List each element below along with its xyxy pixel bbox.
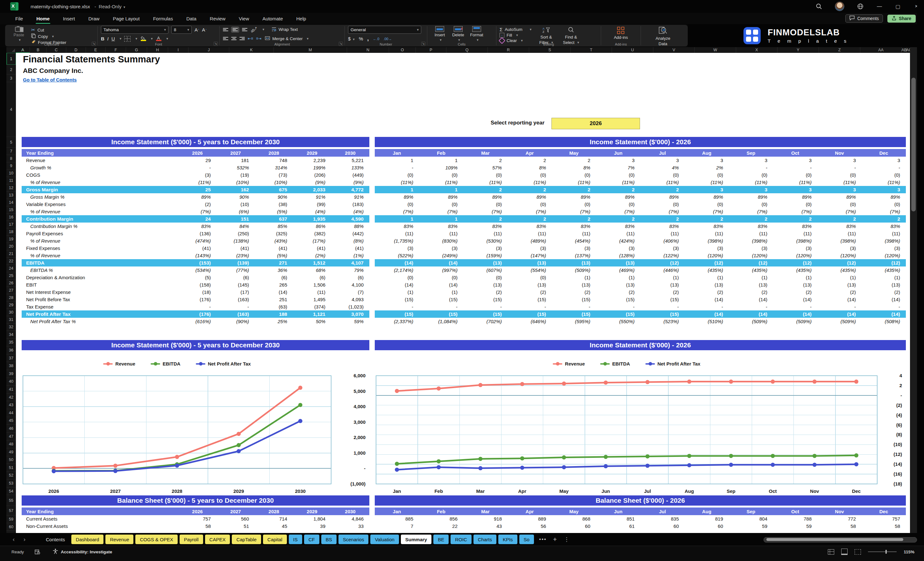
cell[interactable]: 1,495 <box>293 297 331 302</box>
sheet-tab-is[interactable]: IS <box>289 535 302 544</box>
cell[interactable]: 83% <box>818 224 862 229</box>
row-header-27[interactable]: 27 <box>6 287 16 294</box>
cell[interactable]: 3 <box>862 158 906 163</box>
cell[interactable]: (1,735%) <box>375 238 419 244</box>
cell[interactable]: (15) <box>419 311 463 317</box>
cell[interactable]: 1,512 <box>293 260 331 266</box>
cell[interactable]: 1 <box>419 216 463 222</box>
find-select-button[interactable]: Find &Select▾ <box>561 26 581 42</box>
font-color-button[interactable]: A <box>155 36 161 41</box>
cell[interactable]: 89% <box>507 194 552 200</box>
column-header-I[interactable]: I <box>168 47 189 53</box>
cell[interactable]: (12) <box>684 260 729 266</box>
sheet-tab-so[interactable]: So <box>519 535 534 544</box>
cell[interactable]: (6) <box>331 275 369 280</box>
cell[interactable]: 804 <box>729 516 773 522</box>
cell[interactable]: 3 <box>640 158 684 163</box>
align-bottom-icon[interactable] <box>242 28 248 31</box>
cell[interactable]: 89% <box>773 194 818 200</box>
cell[interactable]: (139) <box>216 260 255 266</box>
cell[interactable]: 265 <box>255 282 293 288</box>
cell[interactable]: (23%) <box>216 253 255 258</box>
cell[interactable]: (0) <box>818 201 862 207</box>
cell[interactable]: 3 <box>596 158 640 163</box>
cell[interactable]: (7%) <box>596 209 640 214</box>
cell[interactable]: (1) <box>375 290 419 295</box>
cell[interactable]: - <box>684 304 729 309</box>
addins-button[interactable]: Add-ins <box>612 26 630 40</box>
cell[interactable]: 851 <box>596 516 640 522</box>
cell[interactable]: (14) <box>729 311 773 317</box>
cell[interactable]: (19) <box>216 172 255 178</box>
cell[interactable]: 68% <box>293 267 331 273</box>
cell[interactable]: (0) <box>596 172 640 178</box>
next-sheet-arrow[interactable]: › <box>19 536 30 543</box>
column-header-Z[interactable]: Z <box>819 47 860 53</box>
align-right-icon[interactable] <box>240 37 245 40</box>
cell[interactable]: (374) <box>293 304 331 309</box>
menu-tab-data[interactable]: Data <box>186 14 197 23</box>
sheet-tab-summary[interactable]: Summary <box>401 535 431 544</box>
cell[interactable]: 57% <box>463 165 507 170</box>
row-header-54[interactable]: 54 <box>6 488 16 495</box>
cell[interactable]: (14) <box>375 260 419 266</box>
cell[interactable]: (0) <box>552 201 596 207</box>
menu-tab-insert[interactable]: Insert <box>62 14 76 23</box>
cell[interactable]: (2) <box>552 290 596 295</box>
decrease-indent-icon[interactable]: ⇤≡ <box>248 36 253 41</box>
cell[interactable]: (6) <box>255 275 293 280</box>
cell[interactable]: 83% <box>729 224 773 229</box>
row-header-43[interactable]: 43 <box>6 401 16 409</box>
cell[interactable]: (0) <box>773 201 818 207</box>
cell[interactable]: (3) <box>640 246 684 251</box>
cell[interactable]: 2% <box>684 165 729 170</box>
number-format-select[interactable]: General▾ <box>348 26 421 34</box>
cell[interactable]: (11) <box>463 231 507 236</box>
cell[interactable]: (15) <box>596 297 640 302</box>
cell[interactable]: (11%) <box>507 180 552 185</box>
cell[interactable]: (14) <box>419 282 463 288</box>
cell[interactable]: (3) <box>862 246 906 251</box>
cell[interactable]: 4,093 <box>331 297 369 302</box>
cell[interactable]: (646%) <box>507 319 552 324</box>
cell[interactable]: (3) <box>507 246 552 251</box>
cell[interactable]: (435%) <box>684 267 729 273</box>
cell[interactable]: (6%) <box>216 209 255 214</box>
cell[interactable]: 3 <box>818 187 862 193</box>
row-header-14[interactable]: 14 <box>6 199 16 206</box>
cell[interactable]: 2 <box>552 187 596 193</box>
cell[interactable]: (398%) <box>862 238 906 244</box>
vertical-scrollbar[interactable] <box>910 47 917 533</box>
cell[interactable]: (0) <box>419 201 463 207</box>
cell[interactable]: 59% <box>331 319 369 324</box>
cell[interactable]: (0) <box>463 275 507 280</box>
percent-format-button[interactable]: % <box>359 36 363 41</box>
column-header-T[interactable]: T <box>571 47 612 53</box>
row-label[interactable]: EBITDA % <box>22 267 178 273</box>
cell[interactable]: (997%) <box>419 267 463 273</box>
cell[interactable]: (1) <box>419 290 463 295</box>
cell[interactable]: (10) <box>216 201 255 207</box>
cell[interactable]: (523%) <box>640 319 684 324</box>
cell[interactable]: (14) <box>862 297 906 302</box>
cell[interactable]: (11) <box>862 231 906 236</box>
sheet-tab-capital[interactable]: Capital <box>263 535 287 544</box>
decrease-decimal-button[interactable]: .00→ <box>383 37 392 41</box>
cell[interactable]: 3 <box>773 187 818 193</box>
cell[interactable]: (13) <box>463 260 507 266</box>
cell[interactable]: 89% <box>596 194 640 200</box>
borders-button[interactable] <box>124 36 130 42</box>
cell[interactable]: (11%) <box>552 180 596 185</box>
sheet-tab-valuation[interactable]: Valuation <box>370 535 399 544</box>
cell[interactable]: (8%) <box>331 238 369 244</box>
cell[interactable]: (3) <box>552 246 596 251</box>
row-header-19[interactable]: 19 <box>6 236 16 243</box>
horizontal-scrollbar-thumb[interactable] <box>766 538 903 541</box>
cell[interactable]: (12) <box>640 260 684 266</box>
menu-tab-draw[interactable]: Draw <box>87 14 100 23</box>
cell[interactable]: 2 <box>862 216 906 222</box>
cell[interactable]: (2) <box>596 290 640 295</box>
increase-decimal-button[interactable]: ←.0 <box>373 37 379 41</box>
column-header-Y[interactable]: Y <box>777 47 819 53</box>
cell[interactable]: 56 <box>507 524 552 529</box>
